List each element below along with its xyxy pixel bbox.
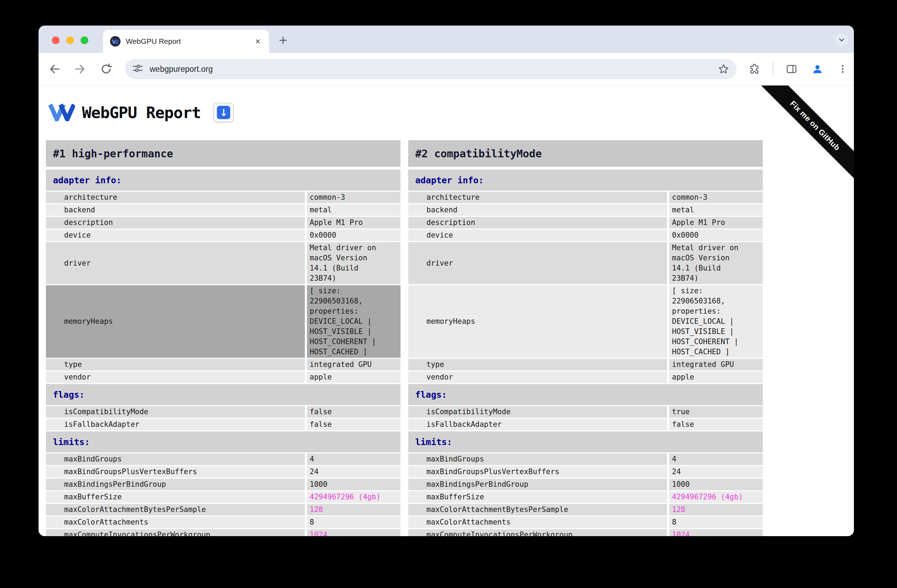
row-value: [ size: 22906503168, properties: DEVICE_…	[669, 285, 763, 358]
row-value: false	[307, 406, 401, 418]
row-key: isFallbackAdapter	[408, 419, 667, 430]
profile-avatar-icon[interactable]	[810, 62, 825, 76]
table-row[interactable]: maxColorAttachmentBytesPerSample128	[46, 504, 401, 516]
url-text[interactable]: webgpureport.org	[150, 64, 717, 74]
row-key: description	[46, 217, 305, 228]
row-value: apple	[669, 371, 763, 383]
row-value: 0x0000	[307, 230, 401, 241]
row-value: 4294967296 (4gb)	[669, 491, 763, 503]
side-panel-icon[interactable]	[785, 62, 799, 76]
toolbar-divider	[773, 62, 773, 76]
table-row[interactable]: descriptionApple M1 Pro	[408, 217, 763, 228]
download-report-button[interactable]: ↓	[213, 103, 234, 122]
table-row[interactable]: device0x0000	[408, 230, 763, 241]
table-row[interactable]: maxBufferSize4294967296 (4gb)	[408, 491, 763, 503]
table-row[interactable]: isCompatibilityModefalse	[46, 406, 401, 418]
table-row[interactable]: backendmetal	[46, 204, 401, 216]
row-value: common-3	[669, 192, 763, 203]
table-row[interactable]: vendorapple	[46, 371, 401, 383]
row-key: memoryHeaps	[46, 285, 305, 358]
table-row[interactable]: isCompatibilityModetrue	[408, 406, 763, 418]
row-key: isCompatibilityMode	[46, 406, 305, 418]
table-row[interactable]: driverMetal driver on macOS Version 14.1…	[408, 242, 763, 284]
section-heading: adapter info:	[408, 170, 763, 191]
table-row[interactable]: device0x0000	[46, 230, 401, 241]
table-row[interactable]: maxBindGroupsPlusVertexBuffers24	[408, 466, 763, 478]
row-key: isFallbackAdapter	[46, 419, 305, 430]
new-tab-button[interactable]	[276, 33, 290, 47]
row-value: 128	[307, 504, 401, 516]
row-value: 0x0000	[669, 230, 763, 241]
reload-button[interactable]	[99, 62, 113, 76]
tab-strip: WebGPU Report	[38, 26, 854, 53]
table-row[interactable]: memoryHeaps[ size: 22906503168, properti…	[46, 285, 401, 358]
row-key: maxColorAttachmentBytesPerSample	[46, 504, 305, 516]
page-content: WebGPU Report ↓ Fix me on GitHub #1 high…	[38, 86, 854, 536]
row-key: maxColorAttachments	[46, 516, 305, 528]
table-row[interactable]: maxComputeInvocationsPerWorkgroup1024	[46, 529, 401, 536]
table-row[interactable]: maxBindingsPerBindGroup1000	[408, 479, 763, 490]
webgpu-logo-icon	[48, 103, 75, 122]
row-key: isCompatibilityMode	[408, 406, 667, 418]
adapter-column-title: #1 high-performance	[46, 140, 401, 167]
table-row[interactable]: isFallbackAdapterfalse	[408, 419, 763, 430]
table-row[interactable]: maxBindGroups4	[46, 453, 401, 465]
row-key: type	[46, 359, 305, 371]
bookmark-star-icon[interactable]	[717, 62, 730, 76]
table-row[interactable]: maxBufferSize4294967296 (4gb)	[46, 491, 401, 503]
report-section: adapter info:architecturecommon-3backend…	[408, 170, 763, 383]
site-settings-icon[interactable]	[132, 62, 144, 76]
adapter-column: #1 high-performanceadapter info:architec…	[46, 140, 401, 536]
row-value: [ size: 22906503168, properties: DEVICE_…	[307, 285, 401, 358]
browser-menu-kebab-icon[interactable]	[836, 62, 850, 76]
table-row[interactable]: architecturecommon-3	[408, 192, 763, 203]
section-heading: flags:	[408, 384, 763, 405]
zoom-window-button[interactable]	[81, 37, 88, 44]
row-key: maxComputeInvocationsPerWorkgroup	[408, 529, 667, 536]
table-row[interactable]: maxComputeInvocationsPerWorkgroup1024	[408, 529, 763, 536]
browser-tab[interactable]: WebGPU Report	[103, 30, 269, 53]
minimize-window-button[interactable]	[66, 37, 74, 44]
report-section: adapter info:architecturecommon-3backend…	[46, 170, 401, 383]
row-value: 1024	[307, 529, 401, 536]
row-key: driver	[46, 242, 305, 284]
table-row[interactable]: maxBindingsPerBindGroup1000	[46, 479, 401, 490]
close-window-button[interactable]	[52, 37, 60, 44]
tab-close-icon[interactable]	[252, 36, 263, 47]
table-row[interactable]: typeintegrated GPU	[46, 359, 401, 371]
tab-favicon-icon	[110, 36, 121, 47]
row-value: 1000	[307, 479, 401, 490]
adapter-column: #2 compatibilityModeadapter info:archite…	[408, 140, 763, 536]
row-key: backend	[408, 204, 667, 216]
row-value: 4	[669, 453, 763, 465]
row-value: common-3	[307, 192, 401, 203]
back-button[interactable]	[47, 62, 62, 76]
row-key: architecture	[408, 192, 667, 203]
table-row[interactable]: maxColorAttachments8	[408, 516, 763, 528]
row-key: maxComputeInvocationsPerWorkgroup	[46, 529, 305, 536]
row-key: description	[408, 217, 667, 228]
address-bar[interactable]: webgpureport.org	[125, 59, 736, 79]
row-key: memoryHeaps	[408, 285, 667, 358]
table-row[interactable]: driverMetal driver on macOS Version 14.1…	[46, 242, 401, 284]
row-value: integrated GPU	[669, 359, 763, 371]
tab-list-chevron-icon[interactable]	[835, 33, 848, 47]
section-heading: adapter info:	[46, 170, 401, 191]
row-value: true	[669, 406, 763, 418]
table-row[interactable]: memoryHeaps[ size: 22906503168, properti…	[408, 285, 763, 358]
forward-button[interactable]	[73, 62, 87, 76]
table-row[interactable]: maxBindGroups4	[408, 453, 763, 465]
table-row[interactable]: maxBindGroupsPlusVertexBuffers24	[46, 466, 401, 478]
table-row[interactable]: maxColorAttachments8	[46, 516, 401, 528]
extensions-icon[interactable]	[747, 62, 761, 76]
table-row[interactable]: backendmetal	[408, 204, 763, 216]
row-key: maxBindingsPerBindGroup	[408, 479, 667, 490]
table-row[interactable]: isFallbackAdapterfalse	[46, 419, 401, 430]
row-value: 1024	[669, 529, 763, 536]
row-key: driver	[408, 242, 667, 284]
table-row[interactable]: typeintegrated GPU	[408, 359, 763, 371]
table-row[interactable]: architecturecommon-3	[46, 192, 401, 203]
table-row[interactable]: vendorapple	[408, 371, 763, 383]
table-row[interactable]: descriptionApple M1 Pro	[46, 217, 401, 228]
table-row[interactable]: maxColorAttachmentBytesPerSample128	[408, 504, 763, 516]
